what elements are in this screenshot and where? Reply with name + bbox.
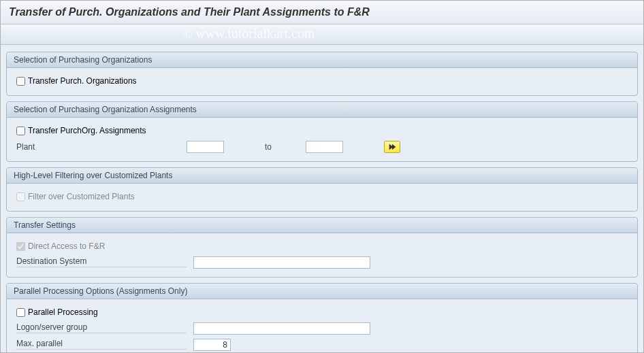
- destination-system-input[interactable]: [193, 256, 370, 269]
- filter-customized-plants-checkbox: [16, 192, 25, 201]
- parallel-processing-checkbox[interactable]: [16, 308, 25, 317]
- checkbox-label: Filter over Customized Plants: [28, 192, 135, 201]
- multiple-selection-button[interactable]: [384, 141, 400, 153]
- direct-access-checkbox: [16, 242, 25, 251]
- plant-to-input[interactable]: [306, 141, 343, 153]
- group-header: Selection of Purchasing Organization Ass…: [7, 102, 637, 118]
- checkbox-label: Transfer PurchOrg. Assignments: [28, 126, 146, 135]
- max-parallel-input[interactable]: [193, 339, 231, 351]
- content-area: Selection of Purchasing Organizations Tr…: [1, 45, 643, 353]
- group-header: Selection of Purchasing Organizations: [7, 52, 637, 68]
- group-selection-assignments: Selection of Purchasing Organization Ass…: [6, 101, 638, 162]
- transfer-purch-orgs-checkbox[interactable]: [16, 77, 25, 86]
- arrow-right-icon: [389, 144, 396, 150]
- group-high-level-filtering: High-Level Filtering over Customized Pla…: [6, 167, 638, 212]
- group-parallel-processing: Parallel Processing Options (Assignments…: [6, 283, 638, 353]
- plant-from-input[interactable]: [187, 141, 224, 153]
- group-header: Transfer Settings: [7, 218, 637, 233]
- transfer-purchorg-assignments-checkbox[interactable]: [16, 127, 25, 135]
- destination-system-label: Destination System: [16, 256, 187, 267]
- logon-server-group-label: Logon/server group: [16, 322, 187, 333]
- group-transfer-settings: Transfer Settings Direct Access to F&R D…: [6, 217, 638, 278]
- group-header: High-Level Filtering over Customized Pla…: [7, 168, 637, 184]
- to-label: to: [224, 142, 306, 152]
- checkbox-label: Direct Access to F&R: [28, 241, 105, 251]
- application-toolbar: [1, 24, 643, 45]
- window-title: Transfer of Purch. Organizations and The…: [1, 1, 643, 24]
- checkbox-label: Parallel Processing: [28, 307, 98, 317]
- plant-label: Plant: [16, 142, 187, 152]
- logon-server-group-input[interactable]: [193, 322, 370, 335]
- checkbox-label: Transfer Purch. Organizations: [28, 76, 137, 86]
- max-parallel-label: Max. parallel: [16, 339, 187, 350]
- group-header: Parallel Processing Options (Assignments…: [7, 284, 637, 299]
- group-selection-purch-orgs: Selection of Purchasing Organizations Tr…: [6, 52, 638, 96]
